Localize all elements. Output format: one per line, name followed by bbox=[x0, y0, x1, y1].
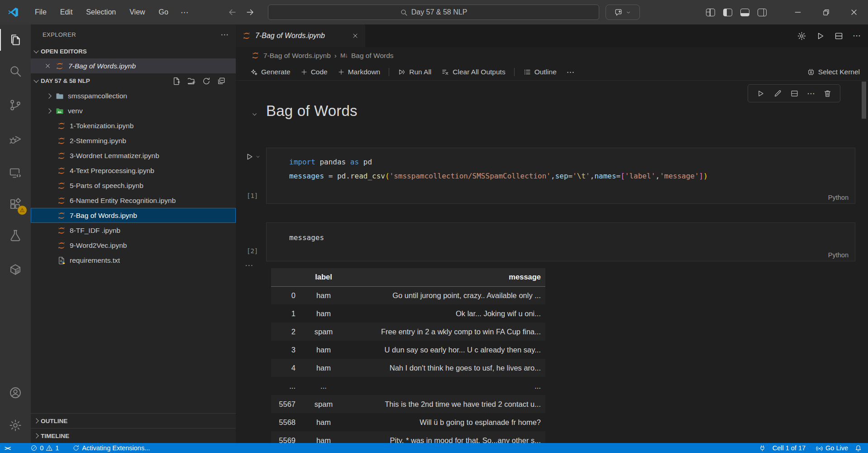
title-bar: File Edit Selection View Go ⋯ Day 57 & 5… bbox=[0, 0, 868, 24]
outline-button[interactable]: Outline bbox=[519, 66, 561, 78]
new-folder-icon[interactable] bbox=[187, 77, 196, 86]
explorer-more-icon[interactable]: ⋯ bbox=[221, 30, 229, 39]
split-cell-icon[interactable] bbox=[790, 89, 799, 98]
tree-item-notebook[interactable]: 9-Word2Vec.ipynb bbox=[31, 238, 236, 253]
tree-item-notebook-selected[interactable]: 7-Bag of Words.ipynb bbox=[31, 208, 236, 223]
activity-remote-explorer[interactable] bbox=[0, 160, 31, 186]
clear-all-outputs-button[interactable]: Clear All Outputs bbox=[437, 66, 509, 78]
nav-forward-icon[interactable] bbox=[243, 5, 257, 19]
notebook-settings-gear-icon[interactable] bbox=[797, 31, 806, 41]
tree-item-notebook[interactable]: 6-Named Entity Recognition.ipynb bbox=[31, 193, 236, 208]
run-cell-icon[interactable] bbox=[756, 89, 765, 98]
cell-language-label[interactable]: Python bbox=[828, 194, 849, 201]
open-editors-header[interactable]: OPEN EDITORS bbox=[31, 44, 236, 58]
problems-indicator[interactable]: 0 1 bbox=[27, 443, 62, 453]
notebook-scrollbar[interactable] bbox=[862, 82, 866, 119]
tree-item-notebook[interactable]: 8-TF_IDF .ipynb bbox=[31, 223, 236, 238]
toggle-secondary-sidebar-icon[interactable] bbox=[758, 9, 767, 16]
activity-extensions[interactable]: ⚠ bbox=[0, 192, 31, 217]
output-more-icon[interactable]: ⋯ bbox=[245, 260, 253, 270]
go-live-button[interactable]: Go Live bbox=[812, 443, 851, 453]
customize-layout-icon[interactable] bbox=[706, 9, 715, 16]
table-row: 5568hamWill ü b going to esplanade fr ho… bbox=[271, 413, 545, 431]
collapse-heading-chevron-icon[interactable] bbox=[251, 111, 258, 118]
close-icon[interactable] bbox=[44, 63, 51, 69]
extensions-warning-badge: ⚠ bbox=[17, 205, 27, 215]
search-icon bbox=[400, 9, 408, 16]
breadcrumb-file[interactable]: 7-Bag of Words.ipynb bbox=[263, 52, 331, 60]
cell-more-icon[interactable]: ⋯ bbox=[807, 89, 815, 98]
tree-item-requirements[interactable]: requirements.txt bbox=[31, 253, 236, 268]
open-editor-item[interactable]: 7-Bag of Words.ipynb bbox=[31, 58, 236, 73]
chevron-down-icon bbox=[625, 10, 631, 15]
tree-item-notebook[interactable]: 4-Text Preprocessing.ipynb bbox=[31, 163, 236, 178]
run-icon[interactable] bbox=[816, 31, 825, 41]
cell-indicator[interactable]: Cell 1 of 17 bbox=[769, 443, 809, 453]
toggle-primary-sidebar-icon[interactable] bbox=[723, 9, 732, 16]
ports-indicator[interactable] bbox=[755, 443, 769, 453]
notebook-toolbar: Generate Code Markdown Run All Clear All… bbox=[236, 64, 868, 81]
generate-button[interactable]: Generate bbox=[246, 66, 295, 78]
activity-containers[interactable] bbox=[0, 257, 31, 282]
activity-explorer[interactable] bbox=[0, 27, 31, 53]
menu-edit[interactable]: Edit bbox=[54, 6, 79, 19]
run-all-button[interactable]: Run All bbox=[394, 66, 435, 78]
activity-testing[interactable] bbox=[0, 223, 31, 248]
cell-language-label[interactable]: Python bbox=[828, 251, 849, 259]
menu-view[interactable]: View bbox=[124, 6, 151, 19]
activity-source-control[interactable] bbox=[0, 92, 31, 118]
toggle-panel-icon[interactable] bbox=[740, 9, 749, 16]
minimize-button[interactable] bbox=[784, 0, 812, 24]
menu-file[interactable]: File bbox=[29, 6, 52, 19]
menu-bar: File Edit Selection View Go ⋯ bbox=[29, 5, 193, 19]
workspace-header[interactable]: DAY 57 & 58 NLP bbox=[31, 73, 236, 88]
activity-search[interactable] bbox=[0, 58, 31, 84]
code-line: import pandas as pd bbox=[267, 155, 855, 169]
edit-cell-pencil-icon[interactable] bbox=[773, 89, 782, 98]
tree-item-notebook[interactable]: 3-Wordnet Lemmatizer.ipynb bbox=[31, 148, 236, 163]
toolbar-more-icon[interactable]: ⋯ bbox=[563, 66, 578, 79]
editor-more-icon[interactable]: ⋯ bbox=[853, 31, 861, 41]
settings-button[interactable] bbox=[0, 413, 31, 438]
restore-button[interactable] bbox=[812, 0, 840, 24]
close-button[interactable] bbox=[840, 0, 868, 24]
tree-item-notebook[interactable]: 2-Stemming.ipynb bbox=[31, 133, 236, 148]
plus-icon bbox=[338, 68, 345, 76]
chevron-right-icon bbox=[33, 433, 38, 438]
breadcrumb-section[interactable]: Bag of Words bbox=[351, 52, 394, 60]
tree-item-notebook[interactable]: 5-Parts of speech.ipynb bbox=[31, 178, 236, 193]
notifications-bell[interactable] bbox=[851, 443, 865, 453]
activity-run-debug[interactable] bbox=[0, 126, 31, 152]
menu-more-icon[interactable]: ⋯ bbox=[176, 5, 193, 19]
outline-label: OUTLINE bbox=[41, 418, 67, 424]
account-button[interactable] bbox=[0, 380, 31, 405]
split-editor-icon[interactable] bbox=[834, 31, 844, 41]
timeline-section-header[interactable]: TIMELINE bbox=[31, 428, 236, 443]
file-tree: smsspamcollection venv 1-Tokenization.ip… bbox=[31, 88, 236, 268]
outline-section-header[interactable]: OUTLINE bbox=[31, 413, 236, 428]
tree-item-venv[interactable]: venv bbox=[31, 103, 236, 118]
new-file-icon[interactable] bbox=[172, 77, 181, 86]
menu-go[interactable]: Go bbox=[153, 6, 174, 19]
code-cell-2[interactable]: messages Python bbox=[266, 222, 855, 261]
notebook-scroll-area[interactable]: ⋯ Bag of Words import pandas as pd messa… bbox=[236, 81, 868, 443]
run-cell-button[interactable] bbox=[245, 152, 261, 161]
close-icon[interactable] bbox=[352, 32, 359, 39]
collapse-all-icon[interactable] bbox=[217, 77, 226, 86]
nav-back-icon[interactable] bbox=[225, 5, 239, 19]
activating-extensions-status[interactable]: Activating Extensions... bbox=[69, 443, 153, 453]
remote-indicator[interactable]: >< bbox=[0, 443, 14, 453]
copilot-button[interactable] bbox=[606, 5, 640, 20]
refresh-icon[interactable] bbox=[202, 77, 211, 86]
command-center-search[interactable]: Day 57 & 58 NLP bbox=[268, 5, 599, 20]
menu-selection[interactable]: Selection bbox=[80, 6, 122, 19]
tree-item-notebook[interactable]: 1-Tokenization.ipynb bbox=[31, 118, 236, 133]
code-cell-1[interactable]: import pandas as pd messages = pd.read_c… bbox=[266, 148, 855, 204]
add-code-cell-button[interactable]: Code bbox=[296, 66, 332, 78]
tab-notebook[interactable]: 7-Bag of Words.ipynb bbox=[236, 24, 365, 47]
chevron-right-icon bbox=[33, 418, 38, 423]
select-kernel-button[interactable]: Select Kernel bbox=[807, 68, 868, 76]
tree-item-smsspamcollection[interactable]: smsspamcollection bbox=[31, 88, 236, 103]
delete-cell-trash-icon[interactable] bbox=[823, 89, 832, 98]
add-markdown-cell-button[interactable]: Markdown bbox=[334, 66, 385, 78]
